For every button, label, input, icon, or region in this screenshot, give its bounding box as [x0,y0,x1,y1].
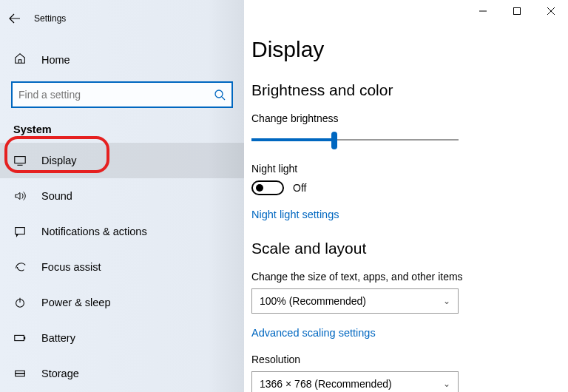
search-box[interactable] [12,82,232,107]
sidebar-item-label: Battery [41,332,75,344]
slider-fill [251,138,334,141]
search-input[interactable] [18,89,214,101]
close-icon [547,7,555,15]
page-title: Display [251,37,568,62]
sidebar-item-label: Sound [41,190,72,202]
toggle-knob [256,184,263,192]
notifications-icon [13,225,28,238]
battery-icon [13,331,28,345]
search-icon [214,89,226,101]
sidebar-item-label: Notifications & actions [41,226,147,237]
window-title: Settings [34,13,66,24]
nightlight-toggle[interactable] [251,180,284,195]
maximize-button[interactable] [500,0,534,22]
sidebar-home[interactable]: Home [0,43,244,76]
slider-thumb[interactable] [331,132,337,149]
nightlight-label: Night light [251,163,568,175]
sidebar-item-label: Storage [41,368,79,379]
sound-icon [13,189,28,203]
svg-point-0 [215,90,223,98]
minimize-button[interactable] [466,0,500,22]
sidebar-item-label: Display [41,155,77,166]
brightness-slider[interactable] [251,132,459,149]
resolution-value: 1366 × 768 (Recommended) [260,378,392,390]
sidebar-item-notifications[interactable]: Notifications & actions [0,214,244,249]
focus-assist-icon [13,260,28,274]
home-icon [13,52,28,67]
sidebar-item-label: Focus assist [41,261,101,273]
sidebar-item-sound[interactable]: Sound [0,178,244,214]
storage-icon [13,367,28,380]
advanced-scaling-link[interactable]: Advanced scaling settings [251,327,376,339]
category-header: System [0,118,244,143]
scale-dropdown[interactable]: 100% (Recommended) ⌄ [251,288,459,314]
back-button[interactable] [0,7,30,30]
scale-label: Change the size of text, apps, and other… [251,271,568,283]
section-brightness: Brightness and color [251,81,568,99]
back-arrow-icon [9,13,21,24]
svg-rect-7 [16,374,25,376]
close-button[interactable] [534,0,568,22]
sidebar-item-storage[interactable]: Storage [0,356,244,391]
power-icon [13,296,28,309]
home-label: Home [41,54,70,66]
sidebar-item-label: Power & sleep [41,297,111,308]
sidebar-item-battery[interactable]: Battery [0,320,244,356]
chevron-down-icon: ⌄ [443,296,450,306]
nightlight-settings-link[interactable]: Night light settings [251,209,339,220]
sidebar-item-focus-assist[interactable]: Focus assist [0,249,244,285]
brightness-label: Change brightness [251,112,568,124]
sidebar-item-display[interactable]: Display [0,143,244,178]
main-content: Display Brightness and color Change brig… [244,0,568,392]
sidebar: Settings Home System Display Sound Notif… [0,0,244,392]
svg-rect-8 [514,8,521,15]
minimize-icon [479,7,487,15]
svg-rect-1 [15,157,25,163]
chevron-down-icon: ⌄ [443,379,450,389]
section-scale: Scale and layout [251,240,568,257]
maximize-icon [513,7,521,15]
svg-rect-6 [16,371,25,374]
sidebar-item-power-sleep[interactable]: Power & sleep [0,285,244,320]
svg-rect-5 [24,337,25,339]
nightlight-state: Off [293,182,306,194]
resolution-dropdown[interactable]: 1366 × 768 (Recommended) ⌄ [251,371,459,392]
display-icon [13,154,28,167]
scale-value: 100% (Recommended) [260,295,366,307]
resolution-label: Resolution [251,354,568,365]
svg-rect-4 [15,335,24,340]
svg-rect-2 [16,228,25,234]
